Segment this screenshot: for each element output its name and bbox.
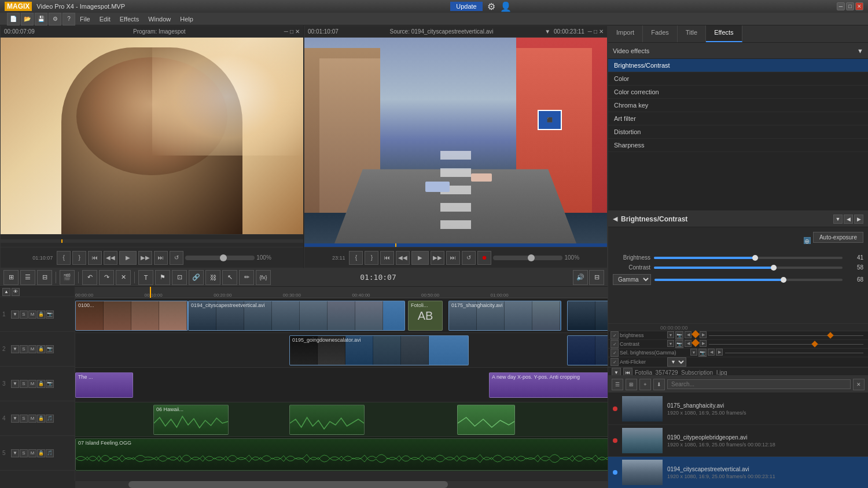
src-play[interactable]: ▶	[411, 251, 429, 265]
clip-video-1b[interactable]: 0194_cityscapestreetvertical.avi	[188, 301, 405, 331]
gamma-slider[interactable]	[654, 279, 843, 281]
clip-video-2a[interactable]: 0195_goingdownescalator.avi	[289, 335, 469, 365]
tab-fades[interactable]: Fades	[643, 25, 678, 42]
kf-brightness-checkbox[interactable]: ✓	[610, 331, 619, 339]
clip-video-1a[interactable]: 0100...	[75, 301, 188, 331]
track-3-mute[interactable]: M	[28, 380, 36, 388]
clip-audio-4b[interactable]	[289, 405, 365, 435]
menu-help[interactable]: Help	[175, 14, 198, 24]
track-3-expand[interactable]: ▼	[11, 380, 19, 388]
source-dropdown-icon[interactable]: ▼	[545, 28, 550, 35]
track-2-mute[interactable]: M	[28, 345, 36, 353]
track-3-solo[interactable]: S	[20, 380, 28, 388]
kf-contrast-keyframe[interactable]	[811, 341, 818, 347]
program-expand-icon[interactable]: □	[290, 28, 293, 35]
kf-sel-brightness-nav2[interactable]: ▶	[716, 349, 723, 356]
new-icon[interactable]: 📄	[7, 13, 20, 25]
collapse-all-button[interactable]: ▲	[2, 288, 10, 296]
program-close-icon[interactable]: ✕	[295, 28, 300, 35]
track-3-cam[interactable]: 📷	[46, 380, 54, 388]
tab-title[interactable]: Title	[678, 25, 706, 42]
effect-color-correction[interactable]: Color correction	[608, 86, 868, 99]
minimize-button[interactable]: ─	[837, 2, 845, 10]
brush-tool[interactable]: ✏	[239, 270, 254, 285]
clip-video-1d[interactable]: 0175_shanghaicity.avi	[448, 301, 561, 331]
snap-tool[interactable]: ⊡	[172, 270, 187, 285]
next-button[interactable]: ▶▶	[138, 251, 152, 265]
undo-tool[interactable]: ↶	[82, 270, 97, 285]
video-track-tool[interactable]: 🎬	[60, 270, 75, 285]
kf-brightness-toggle[interactable]: 📷	[675, 331, 683, 339]
clip-audio-4a[interactable]: 06 Hawaii...	[153, 405, 229, 435]
mute-all-button[interactable]: 👁	[12, 288, 20, 296]
kf-contrast-nav2[interactable]: ▶	[700, 340, 707, 347]
kf-contrast-add[interactable]: ▼	[667, 340, 674, 347]
clip-img-1c[interactable]: AB Fotoli...	[408, 301, 443, 331]
effect-sharpness[interactable]: Sharpness	[608, 139, 868, 152]
src-prev-frame[interactable]: ⏮	[380, 251, 394, 265]
mixer-icon[interactable]: ⊟	[589, 270, 604, 285]
ml-search-clear[interactable]: ✕	[853, 379, 865, 390]
prev-button[interactable]: ◀◀	[104, 251, 117, 265]
text-tool[interactable]: T	[138, 270, 153, 285]
settings-icon[interactable]: ⚙	[487, 1, 495, 12]
track-1-cam[interactable]: 📷	[46, 310, 54, 319]
open-icon[interactable]: 📂	[21, 13, 34, 25]
menu-window[interactable]: Window	[144, 14, 175, 24]
kf-contrast-checkbox[interactable]: ✓	[610, 340, 619, 348]
menu-edit[interactable]: Edit	[95, 14, 115, 24]
timeline-ruler[interactable]: 00:00:00 00:10:00 00:20:00 00:30:00 00:4…	[75, 287, 608, 298]
effect-color[interactable]: Color	[608, 72, 868, 86]
position-slider[interactable]	[185, 256, 255, 260]
bc-arrow-next[interactable]: ▶	[854, 215, 863, 224]
effect-chroma-key[interactable]: Chroma key	[608, 99, 868, 112]
view-mode-tool[interactable]: ⊞	[3, 270, 19, 285]
auto-exposure-button[interactable]: Auto-exposure	[813, 232, 863, 243]
prev-frame-button[interactable]: ⏮	[88, 251, 102, 265]
effect-art-filter[interactable]: Art filter	[608, 112, 868, 125]
track-5-mute[interactable]: M	[28, 449, 36, 457]
track-2-cam[interactable]: 📷	[46, 345, 54, 353]
clip-video-2b[interactable]	[567, 335, 608, 365]
track-2-solo[interactable]: S	[20, 345, 28, 353]
ml-btn-add[interactable]: +	[639, 379, 651, 390]
src-prev[interactable]: ◀◀	[396, 251, 410, 265]
vol-icon[interactable]: 🔊	[573, 270, 588, 285]
playhead[interactable]	[150, 287, 151, 298]
track-5-solo[interactable]: S	[20, 449, 28, 457]
src-mark-in[interactable]: {	[349, 251, 363, 265]
kf-ruler[interactable]: 00:00:00:00	[608, 324, 868, 331]
kf-sel-brightness-nav1[interactable]: ◀	[708, 349, 715, 356]
ml-btn-grid[interactable]: ⊞	[626, 379, 637, 390]
kf-brightness-nav1[interactable]: ◀	[685, 331, 692, 338]
maximize-button[interactable]: □	[846, 2, 854, 10]
program-minimize-icon[interactable]: ─	[284, 28, 288, 35]
kf-brightness-add[interactable]: ▼	[667, 331, 674, 338]
video-effects-expand[interactable]: ▼	[857, 47, 863, 54]
track-2-lock[interactable]: 🔒	[37, 345, 45, 353]
media-item-0175[interactable]: 0175_shanghaicity.avi 1920 x 1080, 16:9,…	[608, 393, 868, 425]
clip-video-1e[interactable]	[567, 301, 608, 331]
kf-brightness-nav2[interactable]: ▶	[700, 331, 707, 338]
tab-effects[interactable]: Effects	[706, 25, 742, 42]
menu-effects[interactable]: Effects	[115, 14, 144, 24]
update-button[interactable]: Update	[450, 2, 482, 11]
kf-antiflicker-checkbox[interactable]: ✓	[610, 358, 619, 366]
source-expand-icon[interactable]: □	[594, 28, 597, 35]
play-button[interactable]: ▶	[119, 251, 137, 265]
bc-arrow-prev[interactable]: ◀	[844, 215, 853, 224]
next-frame-button[interactable]: ⏭	[154, 251, 168, 265]
track-4-mute[interactable]: M	[28, 415, 36, 423]
clip-audio-4c[interactable]	[457, 405, 515, 435]
clip-audio-5a[interactable]: 07 Island Feeling.OGG	[75, 438, 608, 471]
loop-button[interactable]: ↺	[170, 251, 183, 265]
src-next[interactable]: ▶▶	[431, 251, 444, 265]
track-5-audio[interactable]: 🎵	[46, 449, 54, 457]
source-minimize-icon[interactable]: ─	[588, 28, 592, 35]
kf-sel-brightness-add[interactable]: ▼	[690, 349, 697, 356]
track-4-expand[interactable]: ▼	[11, 415, 19, 423]
ml-btn-list[interactable]: ☰	[612, 379, 623, 390]
source-close-icon[interactable]: ✕	[599, 28, 604, 35]
brightness-slider[interactable]	[654, 257, 843, 259]
list-view-tool[interactable]: ☰	[20, 270, 35, 285]
